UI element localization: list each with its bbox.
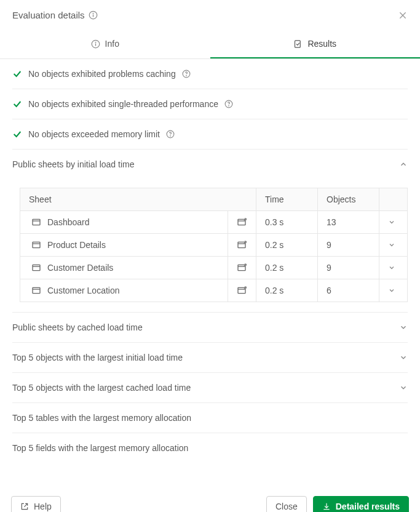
sheet-name: Product Details (47, 240, 106, 250)
expand-row-button[interactable] (379, 279, 408, 302)
info-icon[interactable] (89, 10, 98, 20)
tabs: Info Results (0, 30, 420, 59)
tab-results[interactable]: Results (210, 30, 421, 58)
sheet-name: Dashboard (47, 217, 90, 227)
svg-line-35 (24, 503, 27, 506)
chevron-down-icon (399, 353, 408, 362)
svg-rect-20 (33, 242, 40, 247)
section-title: Top 5 objects with the largest cached lo… (12, 383, 191, 393)
check-icon (12, 129, 22, 139)
objects-cell: 13 (318, 211, 379, 234)
status-text: No objects exhibited problems caching (28, 69, 176, 79)
status-memory: No objects exceeded memory limit (12, 119, 408, 150)
external-link-icon (20, 502, 29, 511)
time-cell: 0.2 s (256, 257, 318, 279)
table-row: Dashboard 0.3 s 13 (20, 211, 408, 234)
time-cell: 0.2 s (256, 234, 318, 257)
time-cell: 0.3 s (256, 211, 318, 234)
status-single-threaded: No objects exhibited single-threaded per… (12, 89, 408, 119)
button-label: Detailed results (336, 502, 400, 511)
tab-label: Results (307, 39, 336, 49)
info-icon (91, 39, 100, 49)
check-icon (12, 99, 22, 109)
close-button[interactable]: Close (266, 496, 307, 512)
button-label: Close (275, 502, 298, 511)
expand-row-button[interactable] (379, 211, 408, 234)
svg-point-14 (170, 136, 171, 137)
col-time: Time (256, 188, 318, 211)
objects-cell: 9 (318, 234, 379, 257)
svg-point-7 (95, 42, 96, 42)
expand-row-button[interactable] (379, 257, 408, 279)
section-title: Public sheets by initial load time (12, 159, 134, 169)
section-header[interactable]: Public sheets by initial load time (12, 150, 408, 179)
sheets-table: Sheet Time Objects Dashbo (20, 188, 408, 302)
section-body: Sheet Time Objects Dashbo (12, 179, 408, 312)
svg-point-2 (93, 13, 93, 14)
col-expand (379, 188, 408, 211)
detailed-results-button[interactable]: Detailed results (313, 496, 409, 512)
table-row: Product Details 0.2 s 9 (20, 234, 408, 257)
status-text: No objects exceeded memory limit (28, 129, 160, 139)
svg-rect-8 (295, 40, 301, 47)
col-objects: Objects (318, 188, 379, 211)
expand-row-button[interactable] (379, 234, 408, 257)
dialog-title: Evaluation details (12, 10, 85, 20)
section-title: Top 5 objects with the largest initial l… (12, 353, 183, 362)
section-public-cached[interactable]: Public sheets by cached load time (12, 312, 408, 343)
chevron-up-icon (399, 160, 408, 169)
sheet-icon (31, 263, 41, 272)
sheet-name: Customer Details (47, 263, 113, 273)
time-cell: 0.2 s (256, 279, 318, 302)
help-button[interactable]: Help (11, 496, 61, 512)
button-label: Help (34, 502, 52, 511)
check-icon (12, 69, 22, 79)
sheet-icon (31, 241, 41, 249)
table-row: Customer Details 0.2 s 9 (20, 257, 408, 279)
sheet-name: Customer Location (47, 286, 120, 295)
chevron-down-icon (399, 383, 408, 392)
section-top-obj-cached[interactable]: Top 5 objects with the largest cached lo… (12, 373, 408, 403)
svg-point-12 (229, 106, 229, 106)
sheet-icon (31, 218, 41, 226)
section-public-initial: Public sheets by initial load time Sheet… (12, 150, 408, 312)
dialog-footer: Help Close Detailed results (0, 487, 420, 512)
status-text: No objects exhibited single-threaded per… (28, 99, 218, 109)
open-sheet-button[interactable] (228, 257, 256, 279)
close-icon[interactable] (398, 10, 408, 20)
tab-info[interactable]: Info (0, 30, 210, 58)
help-icon[interactable] (166, 130, 175, 138)
tab-label: Info (105, 39, 119, 49)
section-title: Public sheets by cached load time (12, 322, 143, 332)
dialog-header: Evaluation details (0, 0, 420, 30)
col-sheet: Sheet (20, 188, 256, 211)
objects-cell: 9 (318, 257, 379, 279)
download-icon (322, 502, 331, 511)
section-top-fields-mem[interactable]: Top 5 fields with the largest memory all… (12, 433, 408, 463)
section-top-obj-initial[interactable]: Top 5 objects with the largest initial l… (12, 343, 408, 373)
open-sheet-button[interactable] (228, 211, 256, 234)
section-title: Top 5 tables with the largest memory all… (12, 413, 191, 423)
status-caching: No objects exhibited problems caching (12, 59, 408, 89)
open-sheet-button[interactable] (228, 279, 256, 302)
help-icon[interactable] (224, 100, 233, 108)
svg-rect-25 (33, 265, 40, 270)
table-row: Customer Location 0.2 s 6 (20, 279, 408, 302)
dialog-body: No objects exhibited problems caching No… (0, 59, 420, 463)
section-top-tables-mem[interactable]: Top 5 tables with the largest memory all… (12, 403, 408, 433)
evaluation-details-dialog: Evaluation details Info Results N (0, 0, 420, 512)
svg-point-10 (186, 76, 186, 76)
results-icon (293, 39, 303, 49)
objects-cell: 6 (318, 279, 379, 302)
section-title: Top 5 fields with the largest memory all… (12, 443, 188, 453)
svg-rect-30 (33, 287, 40, 293)
svg-rect-15 (33, 219, 40, 225)
help-icon[interactable] (182, 70, 191, 78)
sheet-icon (31, 286, 41, 295)
open-sheet-button[interactable] (228, 234, 256, 257)
chevron-down-icon (399, 323, 408, 332)
